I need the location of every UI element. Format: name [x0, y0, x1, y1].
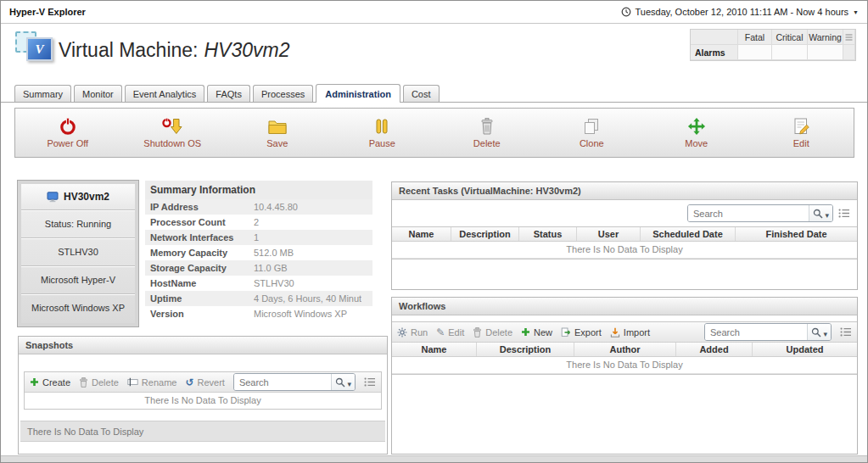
summary-information-panel: Summary Information IP Address 10.4.45.8…	[145, 181, 372, 321]
summary-value: 512.0 MB	[254, 248, 294, 258]
delete-trash-icon	[479, 117, 496, 136]
clone-icon	[582, 117, 601, 136]
workflows-searchbox	[704, 323, 832, 341]
alarms-corner-cell	[691, 30, 738, 45]
export-label: Export	[574, 327, 602, 337]
vm-icon-front-layer	[26, 37, 53, 61]
revert-snapshot-button[interactable]: Revert	[185, 377, 224, 388]
alarms-table-menu-icon[interactable]	[843, 30, 855, 45]
table-customizer-icon[interactable]	[364, 377, 376, 387]
column-header[interactable]: Updated	[753, 343, 857, 356]
power-off-label: Power Off	[47, 138, 88, 148]
create-snapshot-button[interactable]: Create	[30, 377, 70, 388]
column-header[interactable]: Description	[477, 343, 574, 356]
search-input[interactable]	[705, 324, 807, 340]
summary-row: Network Interfaces 1	[145, 230, 372, 245]
edit-button[interactable]: Edit	[749, 117, 854, 148]
run-gear-icon	[397, 327, 407, 337]
move-button[interactable]: Move	[644, 117, 749, 148]
delete-label: Delete	[473, 138, 501, 148]
shutdown-os-icon	[162, 117, 182, 136]
edit-label: Edit	[448, 327, 464, 337]
snapshot-details-empty: There Is No Data To Display	[20, 421, 385, 442]
pause-button[interactable]: Pause	[330, 117, 435, 148]
search-options-button[interactable]	[807, 324, 831, 340]
run-button[interactable]: Run	[397, 327, 428, 337]
column-header[interactable]: Description	[451, 227, 519, 241]
column-header[interactable]: Name	[392, 227, 451, 241]
tab-event-analytics[interactable]: Event Analytics	[125, 85, 205, 102]
column-header[interactable]: Finished Date	[736, 227, 857, 241]
export-workflow-button[interactable]: Export	[561, 327, 602, 337]
summary-row: Version Microsoft Windows XP	[145, 306, 372, 321]
search-input[interactable]	[234, 374, 332, 390]
summary-label: Memory Capacity	[150, 248, 254, 258]
summary-label: Storage Capacity	[150, 263, 254, 273]
clone-button[interactable]: Clone	[540, 117, 645, 148]
rename-icon	[127, 377, 138, 387]
column-header[interactable]: User	[577, 227, 641, 241]
import-workflow-button[interactable]: Import	[610, 327, 650, 337]
summary-row: Memory Capacity 512.0 MB	[145, 245, 372, 260]
snapshots-searchbox	[233, 373, 356, 391]
tab-bar: Summary Monitor Event Analytics FAQts Pr…	[1, 81, 867, 103]
chevron-down-icon	[347, 375, 351, 390]
tab-cost[interactable]: Cost	[403, 85, 440, 102]
snapshots-toolbar: Create Delete Rename	[25, 372, 381, 393]
trash-icon	[473, 327, 482, 337]
edit-label: Edit	[793, 138, 809, 148]
column-header[interactable]: Scheduled Date	[641, 227, 736, 241]
delete-label: Delete	[92, 377, 119, 388]
column-header[interactable]: Author	[574, 343, 676, 356]
summary-label: Processor Count	[150, 217, 254, 227]
tab-summary[interactable]: Summary	[14, 85, 71, 102]
chevron-down-icon	[853, 7, 859, 17]
workflows-table: Run Edit Delete	[392, 321, 857, 375]
search-options-button[interactable]	[331, 374, 355, 390]
new-workflow-button[interactable]: New	[521, 327, 552, 337]
delete-button[interactable]: Delete	[434, 117, 540, 148]
recent-tasks-search-row	[392, 200, 857, 226]
revert-label: Revert	[197, 377, 224, 388]
edit-page-icon	[792, 117, 809, 136]
summary-row: Storage Capacity 11.0 GB	[145, 260, 372, 276]
no-data-message: There Is No Data To Display	[25, 393, 381, 409]
shutdown-os-button[interactable]: Shutdown OS	[120, 117, 226, 148]
summary-label: IP Address	[150, 202, 254, 212]
hyperv-explorer-page: Hyper-V Explorer Tuesday, October 12, 20…	[0, 0, 868, 463]
rename-label: Rename	[142, 377, 177, 388]
delete-snapshot-button[interactable]: Delete	[79, 377, 119, 388]
search-options-button[interactable]	[809, 205, 832, 221]
chevron-down-icon	[825, 206, 829, 221]
tab-faqts[interactable]: FAQts	[207, 85, 250, 102]
snapshots-panel: Snapshots Create Delete	[18, 336, 388, 455]
virtual-machine-icon	[15, 31, 56, 69]
tab-processes[interactable]: Processes	[253, 85, 313, 102]
time-range-selector[interactable]: Tuesday, October 12, 2010 11:11 AM - Now…	[621, 7, 859, 17]
rename-snapshot-button[interactable]: Rename	[127, 377, 177, 388]
tab-monitor[interactable]: Monitor	[74, 85, 122, 102]
column-header[interactable]: Status	[519, 227, 577, 241]
power-off-button[interactable]: Power Off	[15, 117, 120, 148]
export-icon	[561, 327, 571, 337]
column-header[interactable]: Added	[676, 343, 753, 356]
search-icon	[813, 209, 823, 219]
alarms-col-fatal: Fatal	[738, 30, 772, 45]
tab-administration[interactable]: Administration	[316, 84, 400, 103]
save-button[interactable]: Save	[225, 117, 330, 148]
summary-value: 2	[254, 217, 259, 227]
delete-workflow-button[interactable]: Delete	[473, 327, 512, 337]
summary-label: Uptime	[150, 293, 254, 304]
vm-status: Status: Running	[21, 209, 135, 237]
search-input[interactable]	[688, 205, 809, 221]
alarms-row-label: Alarms	[691, 45, 738, 60]
vm-card-name: HV30vm2	[64, 191, 109, 203]
summary-value: 4 Days, 6 Hours, 40 Minut	[254, 293, 361, 304]
edit-workflow-button[interactable]: Edit	[436, 326, 464, 338]
column-header[interactable]: Name	[392, 343, 477, 356]
app-title: Hyper-V Explorer	[9, 7, 86, 17]
table-customizer-icon[interactable]	[840, 327, 852, 337]
table-customizer-icon[interactable]	[838, 209, 850, 218]
save-label: Save	[266, 138, 288, 148]
vm-os: Microsoft Windows XP	[21, 293, 135, 321]
